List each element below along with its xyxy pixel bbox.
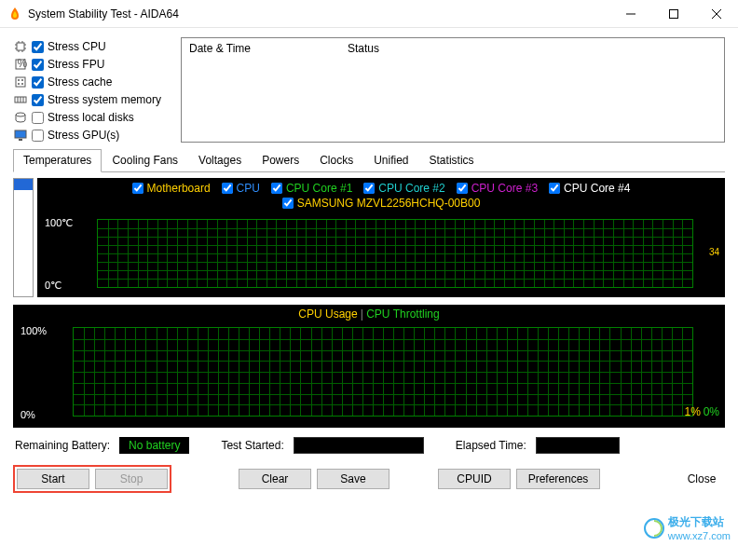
- temp-ybot: 0℃: [45, 280, 93, 292]
- disk-icon: [13, 110, 28, 125]
- button-row: Start Stop Clear Save CPUID Preferences …: [13, 461, 725, 493]
- stress-disk-checkbox[interactable]: [32, 112, 44, 124]
- svg-point-24: [16, 113, 25, 116]
- usage-current-2: 0%: [704, 405, 719, 418]
- log-column-status: Status: [348, 42, 717, 55]
- log-column-datetime: Date & Time: [189, 42, 348, 55]
- status-row: Remaining Battery: No battery Test Start…: [13, 428, 725, 461]
- clear-button[interactable]: Clear: [239, 469, 311, 489]
- window-title: System Stability Test - AIDA64: [28, 7, 609, 20]
- stress-memory-checkbox[interactable]: [32, 94, 44, 106]
- temp-current-value: 34: [709, 247, 719, 257]
- preferences-button[interactable]: Preferences: [516, 469, 600, 489]
- stress-fpu-checkbox[interactable]: [32, 59, 44, 71]
- tab-statistics[interactable]: Statistics: [419, 149, 485, 172]
- graph-tabs: Temperatures Cooling Fans Voltages Power…: [13, 148, 725, 172]
- elapsed-time-value: [536, 437, 620, 454]
- legend-core2-label: CPU Core #2: [378, 182, 444, 195]
- legend-cpu-usage: CPU Usage: [298, 307, 357, 321]
- battery-label: Remaining Battery:: [15, 439, 110, 452]
- stress-cache-checkbox[interactable]: [32, 76, 44, 89]
- stress-options: Stress CPU % Stress FPU Stress cache Str…: [13, 37, 173, 143]
- temp-ytop: 100℃: [45, 217, 93, 229]
- gpu-monitor-icon: [13, 128, 28, 143]
- tab-voltages[interactable]: Voltages: [188, 149, 252, 172]
- legend-motherboard-label: Motherboard: [147, 182, 211, 195]
- legend-core1-checkbox[interactable]: [271, 183, 282, 194]
- usage-ybot: 0%: [20, 409, 69, 420]
- elapsed-time-label: Elapsed Time:: [456, 439, 526, 452]
- svg-rect-4: [17, 43, 24, 50]
- cache-icon: [13, 75, 28, 89]
- close-button[interactable]: Close: [678, 470, 725, 488]
- svg-text:%: %: [18, 58, 28, 70]
- svg-point-19: [21, 83, 23, 85]
- sensor-list-strip[interactable]: [13, 178, 34, 297]
- stress-cpu-label: Stress CPU: [48, 40, 106, 53]
- stress-gpu-label: Stress GPU(s): [48, 129, 119, 142]
- maximize-button[interactable]: [652, 0, 695, 28]
- stress-fpu-label: Stress FPU: [48, 58, 104, 71]
- tab-clocks[interactable]: Clocks: [309, 149, 363, 172]
- legend-core4-label: CPU Core #4: [564, 182, 630, 195]
- legend-core3-label: CPU Core #3: [472, 182, 538, 195]
- tab-cooling-fans[interactable]: Cooling Fans: [102, 149, 188, 172]
- svg-point-16: [18, 79, 20, 81]
- cpuid-button[interactable]: CPUID: [438, 469, 511, 489]
- start-button[interactable]: Start: [17, 469, 89, 489]
- memory-icon: [13, 92, 28, 107]
- window-buttons: [609, 0, 738, 28]
- stop-button[interactable]: Stop: [95, 469, 168, 489]
- svg-rect-26: [19, 139, 22, 141]
- test-started-value: [294, 437, 424, 454]
- stress-cache-label: Stress cache: [48, 75, 112, 89]
- tab-unified[interactable]: Unified: [363, 149, 418, 172]
- save-button[interactable]: Save: [317, 469, 390, 489]
- temperature-graph: Motherboard CPU CPU Core #1 CPU Core #2 …: [37, 178, 725, 297]
- legend-core4-checkbox[interactable]: [549, 183, 560, 194]
- svg-rect-15: [16, 77, 25, 87]
- cpu-usage-graph: CPU Usage | CPU Throttling 100% 0% 1% 0%: [13, 305, 725, 428]
- start-stop-highlight: Start Stop: [13, 465, 171, 493]
- legend-cpu-label: CPU: [237, 182, 260, 195]
- battery-value: No battery: [119, 437, 189, 454]
- usage-ytop: 100%: [20, 325, 69, 336]
- app-icon: [7, 7, 22, 21]
- test-started-label: Test Started:: [221, 439, 283, 452]
- event-log[interactable]: Date & Time Status: [181, 37, 725, 143]
- stress-cpu-checkbox[interactable]: [32, 41, 44, 53]
- stress-memory-label: Stress system memory: [48, 93, 161, 106]
- fpu-icon: %: [13, 57, 28, 72]
- svg-point-18: [18, 83, 20, 85]
- stress-disk-label: Stress local disks: [48, 111, 134, 124]
- tab-powers[interactable]: Powers: [252, 149, 309, 172]
- legend-ssd-label: SAMSUNG MZVL2256HCHQ-00B00: [297, 197, 481, 210]
- legend-core1-label: CPU Core #1: [286, 182, 352, 195]
- cpu-chip-icon: [13, 39, 28, 54]
- usage-current-1: 1%: [685, 405, 701, 418]
- svg-rect-25: [15, 130, 26, 138]
- svg-rect-1: [670, 9, 678, 18]
- legend-cpu-throttling: CPU Throttling: [366, 307, 439, 321]
- close-window-button[interactable]: [695, 0, 738, 28]
- legend-ssd-checkbox[interactable]: [282, 198, 294, 209]
- minimize-button[interactable]: [609, 0, 652, 28]
- legend-core2-checkbox[interactable]: [363, 183, 375, 194]
- titlebar: System Stability Test - AIDA64: [0, 0, 738, 28]
- stress-gpu-checkbox[interactable]: [32, 130, 44, 142]
- legend-motherboard-checkbox[interactable]: [132, 183, 144, 194]
- svg-point-17: [21, 79, 23, 81]
- legend-core3-checkbox[interactable]: [457, 183, 468, 194]
- legend-cpu-checkbox[interactable]: [222, 183, 233, 194]
- tab-temperatures[interactable]: Temperatures: [13, 149, 102, 172]
